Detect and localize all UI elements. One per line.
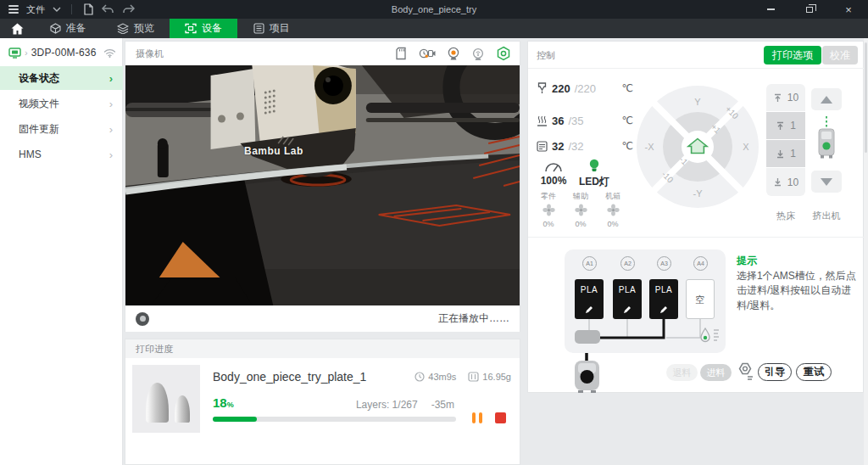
sidebar-item-video-files[interactable]: 视频文件›	[0, 92, 123, 115]
file-menu[interactable]: 文件	[26, 3, 45, 16]
hamburger-menu-icon[interactable]	[8, 5, 19, 14]
z-step-label: 1	[790, 120, 796, 132]
ams-tip-body: 选择1个AMS槽位，然后点击进料/退料按钮以自动进料/退料。	[737, 269, 859, 313]
led-bulb-icon	[588, 159, 600, 172]
sidebar-item-label: 设备状态	[19, 71, 109, 86]
filament-icon	[468, 372, 479, 382]
sidebar-item-firmware-update[interactable]: 固件更新›	[0, 117, 123, 141]
new-project-icon[interactable]	[82, 3, 94, 15]
jog-y-minus[interactable]: -Y	[693, 188, 704, 199]
control-title: 控制	[537, 49, 555, 62]
recording-camera-icon[interactable]	[447, 47, 460, 61]
layers-count: Layers: 1/267	[356, 399, 418, 411]
jog-pad[interactable]: Y -Y X -X +10 +1 -1 -10	[635, 84, 760, 210]
bed-up-10-button[interactable]: 10	[766, 84, 805, 112]
camera-feed[interactable]: Bambu Lab	[125, 65, 520, 305]
model-shape	[146, 383, 169, 423]
sidebar-item-label: 固件更新	[19, 122, 109, 137]
progress-bar-fill	[213, 417, 257, 422]
fan-value: 0%	[598, 220, 628, 228]
jog-x-minus[interactable]: -X	[645, 142, 655, 152]
tab-device[interactable]: 设备	[170, 19, 237, 38]
undo-icon[interactable]	[102, 4, 114, 14]
chevron-right-icon: ›	[109, 148, 113, 161]
toolhead-brand-text: Bambu Lab	[244, 145, 303, 157]
camera-settings-icon[interactable]	[496, 46, 511, 61]
guide-button[interactable]: 引导	[758, 363, 792, 381]
redo-icon[interactable]	[122, 4, 135, 14]
fan-aux[interactable]: 辅助 0%	[565, 191, 596, 228]
pause-button[interactable]	[469, 412, 486, 424]
tab-project[interactable]: 项目	[237, 19, 305, 38]
calibrate-button[interactable]: 校准	[822, 46, 858, 64]
device-selector[interactable]: › 3DP-00M-636	[8, 47, 116, 59]
bambu-studio-device-page: { "titlebar": { "menu_file": "文件", "titl…	[0, 0, 868, 465]
sidebar-item-device-status[interactable]: 设备状态›	[0, 66, 123, 90]
fan-chamber[interactable]: 机箱 0%	[598, 191, 628, 228]
tab-home[interactable]	[0, 19, 34, 38]
bed-down-10-button[interactable]: 10	[766, 168, 805, 196]
fan-value: 0%	[565, 220, 596, 228]
ams-settings-icon[interactable]	[734, 361, 755, 383]
chevron-down-icon[interactable]	[53, 7, 61, 12]
scrollbar-thumb[interactable]	[865, 42, 867, 153]
chevron-right-icon: ›	[109, 123, 113, 136]
streaming-camera-icon[interactable]	[471, 47, 485, 61]
chevron-right-icon: ›	[25, 48, 28, 58]
progress-bar	[213, 417, 456, 422]
fan-part[interactable]: 零件 0%	[533, 191, 564, 228]
load-button[interactable]: 进料	[700, 364, 732, 381]
timelapse-icon[interactable]	[419, 47, 436, 60]
percent-unit: %	[227, 401, 234, 409]
nozzle-icon	[537, 82, 548, 94]
chamber-target: /32	[568, 140, 583, 153]
chamber-current: 32	[552, 140, 564, 153]
bed-down-1-button[interactable]: 1	[766, 140, 805, 168]
progress-percent: 18%	[213, 395, 234, 410]
bed-up-1-button[interactable]: 1	[766, 112, 805, 140]
record-toggle-button[interactable]	[136, 312, 149, 326]
retry-button[interactable]: 重试	[796, 363, 832, 381]
sdcard-icon[interactable]	[395, 47, 408, 60]
speed-control[interactable]: 100%	[535, 160, 572, 187]
printer-icon	[8, 48, 21, 59]
led-control[interactable]: LED灯	[574, 159, 615, 189]
camera-scene	[125, 65, 520, 305]
arrow-down-bar-icon	[776, 149, 785, 159]
ams-unit: A1 A2 A3 A4 PLA PLA PLA 空	[565, 249, 726, 353]
sidebar-item-hms[interactable]: HMS›	[0, 143, 123, 166]
sidebar-item-label: HMS	[19, 148, 109, 160]
tab-prepare[interactable]: 准备	[34, 19, 102, 38]
bed-temp-row[interactable]: 36 /35 ℃	[537, 113, 633, 128]
print-options-button[interactable]: 打印选项	[764, 46, 821, 64]
chamber-temp-row[interactable]: 32 /32 ℃	[537, 138, 633, 154]
nozzle-temp-row[interactable]: 220 /220 ℃	[537, 81, 633, 96]
device-name: 3DP-00M-636	[31, 47, 100, 59]
chevron-right-icon: ›	[109, 72, 113, 85]
divider	[71, 4, 72, 14]
minimize-button[interactable]	[751, 0, 790, 19]
jog-x-plus[interactable]: X	[743, 142, 749, 152]
stop-button[interactable]	[495, 412, 506, 423]
extruder-up-button[interactable]	[811, 88, 842, 110]
jog-y-plus[interactable]: Y	[694, 97, 701, 107]
weight-value: 16.95g	[482, 372, 511, 382]
humidity-icon	[701, 328, 719, 342]
tab-label: 项目	[270, 21, 290, 36]
sidebar-item-label: 视频文件	[19, 97, 109, 111]
tab-preview[interactable]: 预览	[102, 19, 170, 38]
camera-header: 摄像机	[125, 42, 520, 65]
temp-unit: ℃	[622, 140, 633, 152]
extruder-down-button[interactable]	[811, 171, 842, 193]
fan-label: 机箱	[598, 191, 628, 202]
wifi-icon	[103, 48, 116, 58]
prepare-icon	[50, 23, 61, 34]
restore-button[interactable]	[790, 0, 829, 19]
unload-button[interactable]: 退料	[666, 364, 698, 381]
print-file-name: Body_one_piece_try_plate_1	[213, 370, 366, 384]
ams-tip-title: 提示	[737, 254, 757, 268]
close-button[interactable]: ×	[829, 0, 868, 19]
arrow-up-bar-icon	[776, 121, 785, 131]
bed-axis-label: 热床	[766, 210, 805, 222]
heatbed-icon	[537, 115, 548, 126]
